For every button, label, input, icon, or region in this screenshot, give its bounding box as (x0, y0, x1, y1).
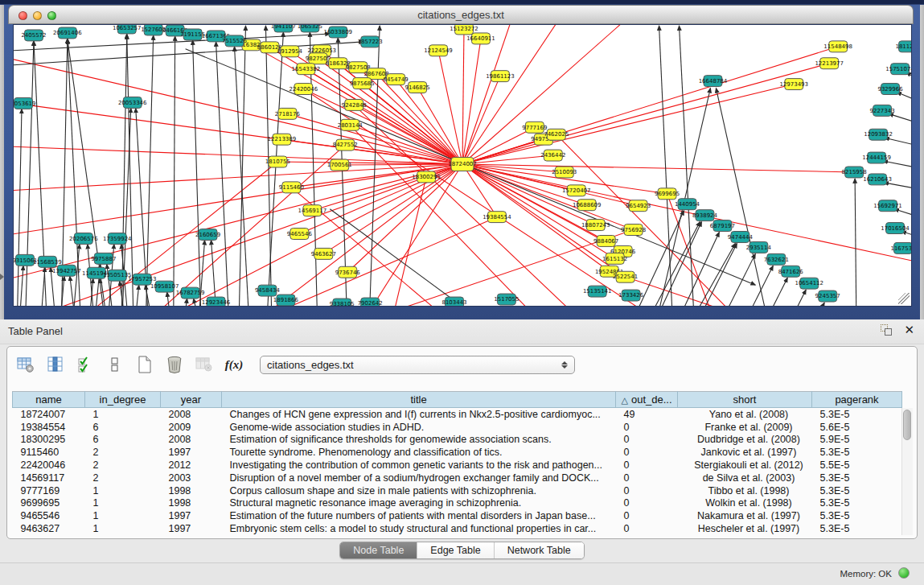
graph-node[interactable]: 1891866 (273, 295, 298, 306)
graph-node[interactable]: 9242848 (342, 99, 367, 110)
cell-short[interactable]: Tibbo et al. (1998) (678, 484, 812, 497)
table-row[interactable]: 969969511998Structural magnetic resonanc… (13, 497, 902, 510)
graph-node[interactable]: 9736746 (335, 266, 360, 278)
graph-node[interactable]: 8912954 (277, 46, 303, 57)
graph-node[interactable]: 9245357 (815, 290, 840, 302)
graph-node[interactable]: 9654923 (626, 200, 651, 212)
graph-node[interactable]: 2160659 (195, 229, 220, 241)
cell-out_degree[interactable]: 0 (616, 434, 678, 447)
cell-name[interactable]: 9463627 (13, 522, 85, 535)
window-resize-grip[interactable] (898, 293, 910, 304)
graph-node[interactable]: 9115460 (279, 182, 304, 193)
float-panel-button[interactable] (881, 324, 893, 337)
graph-node[interactable]: 2405572 (21, 30, 46, 41)
cell-short[interactable]: Dudbridge et al. (2008) (678, 434, 812, 447)
function-builder-button[interactable]: f(x) (224, 354, 244, 375)
cell-year[interactable]: 1997 (161, 509, 222, 522)
graph-edge[interactable] (462, 76, 500, 164)
column-header-in_degree[interactable]: in_degree (85, 392, 161, 408)
graph-hub-node[interactable]: 18724007 (448, 158, 477, 171)
graph-node[interactable]: 2803144 (338, 119, 363, 130)
graph-node[interactable]: 1440954 (675, 199, 700, 210)
cell-out_degree[interactable]: 0 (616, 509, 678, 522)
graph-node[interactable]: 9329966 (877, 84, 902, 95)
graph-edge[interactable] (883, 161, 911, 171)
cell-title[interactable]: Embryonic stem cells: a model to study s… (222, 522, 616, 535)
graph-node[interactable]: 22420046 (290, 84, 318, 95)
cell-name[interactable]: 18724007 (13, 408, 85, 421)
cell-short[interactable]: Hescheler et al. (1997) (678, 522, 812, 535)
create-column-button[interactable] (134, 354, 155, 375)
graph-edge[interactable] (667, 194, 724, 306)
cell-title[interactable]: Changes of HCN gene expression and I(f) … (222, 408, 616, 421)
cell-name[interactable]: 14569117 (13, 472, 85, 484)
graph-node[interactable]: 20206576 (69, 233, 98, 245)
graph-edge[interactable] (330, 209, 515, 306)
cell-in_degree[interactable]: 1 (85, 484, 161, 497)
cell-pagerank[interactable]: 5.3E-5 (812, 408, 902, 421)
graph-node[interactable]: 17016504 (881, 223, 910, 234)
graph-edge[interactable] (462, 47, 838, 164)
table-row[interactable]: 1938455462009Genome-wide association stu… (13, 421, 902, 434)
graph-edge[interactable] (174, 36, 175, 306)
graph-node[interactable]: 9884067 (593, 236, 618, 247)
table-row[interactable]: 1830029562008Estimation of significance … (13, 434, 902, 447)
graph-node[interactable]: 8454749 (384, 74, 409, 85)
graph-node[interactable]: 8938924 (692, 210, 718, 221)
cell-year[interactable]: 2008 (161, 434, 222, 447)
graph-edge[interactable] (884, 183, 911, 192)
graph-node[interactable]: 18807243 (581, 220, 610, 231)
cell-title[interactable]: Investigating the contribution of common… (222, 459, 616, 472)
close-panel-button[interactable]: ✕ (904, 323, 914, 337)
cell-pagerank[interactable]: 5.3E-5 (812, 472, 902, 484)
graph-edge[interactable] (417, 88, 462, 164)
cell-name[interactable]: 18300295 (13, 434, 85, 447)
cell-pagerank[interactable]: 5.3E-5 (812, 446, 902, 459)
cell-name[interactable]: 9777169 (13, 484, 85, 497)
tab-edge-table[interactable]: Edge Table (417, 542, 493, 558)
row-height-button[interactable] (105, 354, 125, 375)
cell-title[interactable]: Disruption of a novel member of a sodium… (222, 472, 616, 484)
graph-edge[interactable] (127, 35, 133, 306)
cell-pagerank[interactable]: 5.5E-5 (812, 459, 902, 472)
cell-out_degree[interactable]: 0 (616, 497, 678, 510)
graph-edge[interactable] (281, 230, 633, 306)
graph-node[interactable]: 2510093 (552, 167, 577, 178)
graph-edge[interactable] (238, 26, 245, 306)
graph-node[interactable]: 7857223 (358, 36, 383, 47)
graph-node[interactable]: 16648784 (699, 76, 728, 87)
cell-short[interactable]: Stergiakouli et al. (2012) (678, 459, 812, 472)
cell-name[interactable]: 9699695 (13, 497, 85, 510)
graph-edge[interactable] (18, 266, 23, 306)
graph-edge[interactable] (462, 39, 481, 164)
cell-name[interactable]: 9465546 (13, 509, 85, 522)
graph-node[interactable]: 1941107 (271, 25, 296, 32)
graph-edge[interactable] (462, 164, 854, 172)
graph-edge[interactable] (193, 40, 202, 306)
graph-edge[interactable] (462, 84, 794, 164)
cell-short[interactable]: Jankovic et al. (1997) (678, 446, 812, 459)
cell-title[interactable]: Tourette syndrome. Phenomenology and cla… (222, 446, 616, 459)
graph-node[interactable]: 9474444 (728, 232, 754, 243)
cell-out_degree[interactable]: 49 (616, 408, 678, 421)
cell-year[interactable]: 1997 (161, 446, 222, 459)
graph-node[interactable]: 20053346 (118, 97, 147, 108)
graph-node[interactable]: 6879197 (710, 220, 735, 232)
cell-in_degree[interactable]: 6 (85, 434, 161, 447)
graph-edge[interactable] (462, 29, 464, 164)
cell-year[interactable]: 2003 (161, 472, 222, 484)
select-rows-button[interactable] (75, 354, 96, 375)
column-header-out_degree[interactable]: △out_de... (616, 392, 678, 408)
graph-edge[interactable] (146, 35, 154, 306)
graph-node[interactable]: 20691406 (53, 27, 82, 39)
graph-node[interactable]: 2935114 (746, 241, 772, 253)
graph-node[interactable]: 12973493 (779, 79, 808, 90)
graph-edge[interactable] (350, 125, 563, 306)
cell-title[interactable]: Estimation of the future numbers of pati… (222, 509, 616, 522)
graph-edge[interactable] (635, 222, 700, 306)
table-row[interactable]: 911546021997Tourette syndrome. Phenomeno… (13, 446, 902, 459)
cell-year[interactable]: 2012 (161, 459, 222, 472)
graph-edge[interactable] (14, 164, 462, 241)
graph-node[interactable]: 12923446 (202, 297, 231, 306)
graph-edge[interactable] (396, 80, 462, 164)
